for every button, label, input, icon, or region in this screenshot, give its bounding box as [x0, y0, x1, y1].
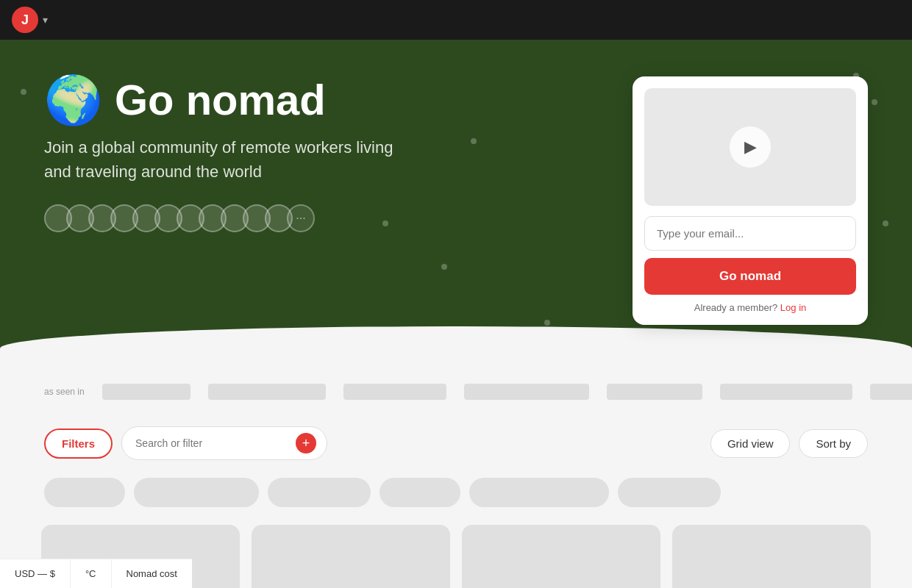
- bottom-bar: USD — $ °C Nomad cost: [0, 559, 192, 588]
- filter-tag-skeleton[interactable]: [469, 478, 609, 507]
- decorative-dot: [872, 99, 877, 105]
- as-seen-in-label: as seen in: [44, 387, 85, 397]
- filters-button[interactable]: Filters: [44, 429, 113, 459]
- decorative-dot: [441, 264, 447, 270]
- logo-letter: J: [21, 12, 29, 28]
- cost-selector[interactable]: Nomad cost: [112, 559, 192, 588]
- globe-icon: 🌍: [44, 76, 103, 123]
- grid-view-button[interactable]: Grid view: [710, 429, 791, 458]
- email-field[interactable]: [644, 216, 856, 251]
- currency-selector[interactable]: USD — $: [0, 559, 71, 588]
- city-card-skeleton[interactable]: [462, 525, 660, 588]
- signup-card: ▶ Go nomad Already a member? Log in: [633, 76, 868, 325]
- media-logo: [208, 384, 326, 400]
- add-filter-button[interactable]: +: [296, 433, 316, 453]
- decorative-dot: [883, 220, 888, 226]
- search-filter-wrapper: +: [121, 426, 327, 460]
- media-logo: [720, 384, 852, 400]
- login-link[interactable]: Log in: [780, 302, 806, 313]
- temperature-selector[interactable]: °C: [71, 559, 112, 588]
- search-filter-input[interactable]: [135, 437, 290, 449]
- hero-section: 🌍 Go nomad Join a global community of re…: [0, 40, 912, 369]
- filter-tag-skeleton[interactable]: [380, 478, 460, 507]
- decorative-dot: [21, 89, 26, 95]
- filter-tags-row: [0, 472, 912, 519]
- filters-bar: Filters + Grid view Sort by: [0, 415, 912, 472]
- filter-tag-skeleton[interactable]: [44, 478, 125, 507]
- as-seen-in-bar: as seen in: [0, 369, 912, 415]
- media-logo: [343, 384, 446, 400]
- hero-title: Go nomad: [115, 76, 326, 123]
- city-card-skeleton[interactable]: [252, 525, 450, 588]
- navbar: J ▾: [0, 0, 912, 40]
- logo-icon: J: [12, 7, 38, 33]
- hero-subtitle: Join a global community of remote worker…: [44, 135, 397, 184]
- go-nomad-button[interactable]: Go nomad: [644, 258, 856, 295]
- media-logo: [607, 384, 702, 400]
- media-logo: [870, 384, 912, 400]
- hero-title-row: 🌍 Go nomad: [44, 76, 471, 123]
- decorative-dot: [544, 320, 550, 326]
- logo-button[interactable]: J ▾: [12, 7, 48, 33]
- media-logo: [102, 384, 190, 400]
- chevron-down-icon: ▾: [43, 14, 48, 26]
- play-button[interactable]: ▶: [730, 126, 771, 168]
- avatar-stack: ···: [44, 204, 471, 232]
- city-card-skeleton[interactable]: [672, 525, 871, 588]
- filter-tag-skeleton[interactable]: [618, 478, 721, 507]
- video-thumbnail[interactable]: ▶: [644, 88, 856, 206]
- hero-content: 🌍 Go nomad Join a global community of re…: [44, 76, 471, 232]
- sort-by-button[interactable]: Sort by: [799, 429, 868, 458]
- media-logo: [464, 384, 589, 400]
- filter-tag-skeleton[interactable]: [268, 478, 371, 507]
- member-text: Already a member? Log in: [644, 302, 856, 313]
- decorative-dot: [471, 138, 477, 144]
- avatar-more: ···: [287, 204, 315, 232]
- filter-tag-skeleton[interactable]: [134, 478, 259, 507]
